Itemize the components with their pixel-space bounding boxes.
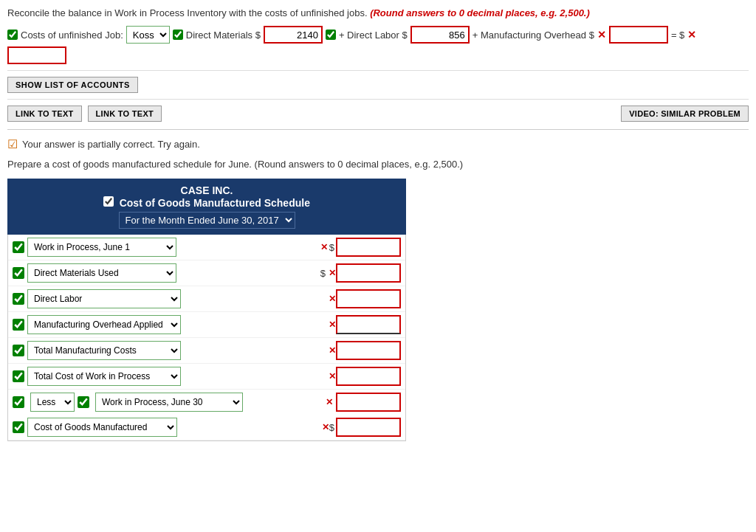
instruction-bold-2: (Round answers to 0 decimal places, e.g.…	[255, 159, 464, 170]
dl-select[interactable]: Direct Labor	[27, 289, 181, 308]
direct-labor-checkbox[interactable]	[326, 30, 336, 40]
less-input[interactable]	[336, 393, 401, 412]
links-left: LINK TO TEXT LINK TO TEXT	[7, 106, 162, 122]
costs-label: Costs of unfinished Job:	[21, 30, 123, 41]
instruction-bold-1: (Round answers to 0 decimal places, e.g.…	[370, 7, 590, 18]
mfg-overhead-input[interactable]	[609, 26, 668, 44]
company-select[interactable]: Koss	[126, 26, 170, 44]
less-x: ✕	[326, 397, 333, 407]
show-list-button[interactable]: SHOW LIST OF ACCOUNTS	[7, 77, 138, 93]
row-direct-labor: Direct Labor ✕	[8, 286, 405, 312]
schedule-period-row: For the Month Ended June 30, 2017	[13, 212, 400, 229]
equals-label: = $	[671, 30, 684, 41]
row-work-in-process: Work in Process, June 1 ✕ $	[8, 235, 405, 260]
schedule-body: Work in Process, June 1 ✕ $ Direct Mater…	[7, 235, 406, 441]
direct-labor-input[interactable]	[410, 26, 470, 44]
wip-input[interactable]	[336, 238, 401, 257]
total-x: ✕	[687, 29, 696, 41]
wip-dollar: $	[329, 242, 334, 253]
row-cost-goods: Cost of Goods Manufactured ✕ $	[8, 415, 405, 441]
cgm-x: ✕	[322, 422, 329, 432]
instruction-text-1: Reconcile the balance in Work in Process…	[7, 7, 368, 18]
cgm-select[interactable]: Cost of Goods Manufactured	[27, 418, 177, 437]
total-input[interactable]	[7, 46, 66, 64]
buttons-row: SHOW LIST OF ACCOUNTS	[7, 70, 749, 100]
dm-select[interactable]: Direct Materials Used	[27, 263, 176, 283]
twip-x: ✕	[329, 371, 336, 381]
tmc-checkbox[interactable]	[13, 345, 24, 356]
tmc-x: ✕	[329, 345, 336, 356]
mfg-overhead-x: ✕	[597, 29, 606, 41]
schedule-title: Cost of Goods Manufactured Schedule	[120, 197, 310, 209]
less-select[interactable]: Less	[30, 393, 75, 412]
schedule-company: CASE INC.	[13, 184, 400, 196]
moh-select[interactable]: Manufacturing Overhead Applied	[27, 315, 181, 334]
direct-materials-input[interactable]	[264, 26, 323, 44]
schedule-title-checkbox[interactable]	[103, 196, 114, 207]
tmc-input[interactable]	[336, 341, 401, 360]
row-less: Less Work in Process, June 30 ✕	[8, 390, 405, 415]
prepare-instruction: Prepare a cost of goods manufactured sch…	[7, 159, 749, 170]
page-container: Reconcile the balance in Work in Process…	[0, 0, 756, 449]
direct-labor-label: + Direct Labor $	[339, 30, 408, 41]
instruction-1: Reconcile the balance in Work in Process…	[7, 7, 749, 18]
twip-select[interactable]: Total Cost of Work in Process	[27, 367, 181, 386]
row-direct-materials: Direct Materials Used $ ✕	[8, 260, 405, 286]
unfinished-jobs-row: Costs of unfinished Job: Koss Direct Mat…	[7, 26, 749, 64]
moh-input[interactable]	[336, 315, 401, 334]
schedule-table: CASE INC. Cost of Goods Manufactured Sch…	[7, 179, 406, 441]
less-checkbox-2[interactable]	[78, 396, 89, 408]
dl-checkbox[interactable]	[13, 293, 24, 305]
schedule-header: CASE INC. Cost of Goods Manufactured Sch…	[7, 179, 406, 235]
wip-x: ✕	[320, 242, 328, 252]
twip-input[interactable]	[336, 367, 401, 386]
row-mfg-overhead: Manufacturing Overhead Applied ✕	[8, 312, 405, 338]
dl-input[interactable]	[336, 289, 401, 308]
link-to-text-button-1[interactable]: LINK TO TEXT	[7, 106, 82, 122]
period-select[interactable]: For the Month Ended June 30, 2017	[119, 212, 295, 229]
dm-input[interactable]	[336, 263, 401, 283]
less-checkbox-1[interactable]	[13, 396, 24, 408]
cgm-input[interactable]	[336, 418, 401, 437]
row-total-mfg: Total Manufacturing Costs ✕	[8, 338, 405, 364]
mfg-overhead-label: + Manufacturing Overhead $	[472, 30, 594, 41]
direct-materials-label: Direct Materials $	[186, 30, 261, 41]
dm-dollar: $	[320, 268, 326, 279]
direct-materials-checkbox[interactable]	[173, 30, 183, 40]
partial-check-icon: ☑	[7, 137, 18, 151]
row-total-wip: Total Cost of Work in Process ✕	[8, 364, 405, 390]
moh-checkbox[interactable]	[13, 319, 24, 331]
dl-x: ✕	[329, 294, 336, 304]
video-similar-button[interactable]: VIDEO: SIMILAR PROBLEM	[621, 106, 749, 122]
wip-checkbox[interactable]	[13, 241, 24, 253]
wip-select[interactable]: Work in Process, June 1	[27, 238, 176, 257]
link-to-text-button-2[interactable]: LINK TO TEXT	[88, 106, 162, 122]
partial-correct-row: ☑ Your answer is partially correct. Try …	[7, 137, 749, 151]
dm-x: ✕	[329, 268, 336, 278]
cgm-dollar: $	[329, 422, 334, 433]
partial-correct-text: Your answer is partially correct. Try ag…	[22, 139, 200, 150]
moh-x: ✕	[329, 319, 336, 330]
cgm-checkbox[interactable]	[13, 421, 24, 433]
tmc-select[interactable]: Total Manufacturing Costs	[27, 341, 181, 360]
links-row: LINK TO TEXT LINK TO TEXT VIDEO: SIMILAR…	[7, 106, 749, 122]
twip-checkbox[interactable]	[13, 370, 24, 382]
instruction-text-2: Prepare a cost of goods manufactured sch…	[7, 159, 252, 170]
wip-june30-select[interactable]: Work in Process, June 30	[95, 393, 243, 412]
dm-checkbox[interactable]	[13, 267, 24, 279]
divider	[7, 129, 749, 130]
company-checkbox[interactable]	[7, 30, 18, 40]
